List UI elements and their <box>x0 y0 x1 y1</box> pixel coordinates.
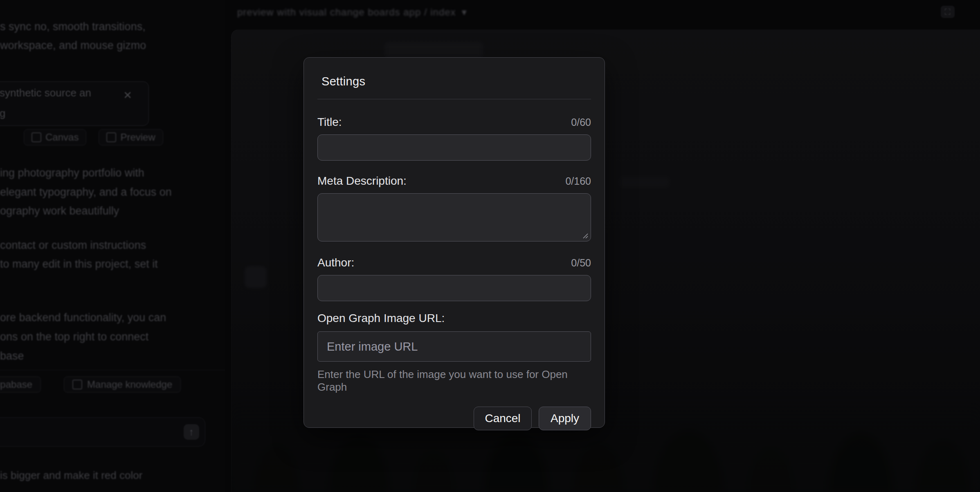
settings-modal: Settings Title: 0/60 Meta Description: 0… <box>303 57 605 428</box>
author-counter: 0/50 <box>571 257 591 269</box>
meta-description-counter: 0/160 <box>565 175 591 187</box>
modal-title: Settings <box>321 75 591 88</box>
og-image-url-input[interactable] <box>317 331 591 362</box>
title-field-group: Title: 0/60 <box>317 116 591 161</box>
author-input[interactable] <box>317 275 591 301</box>
meta-description-textarea[interactable] <box>317 193 591 242</box>
meta-description-field-group: Meta Description: 0/160 <box>317 174 591 242</box>
author-field-group: Author: 0/50 <box>317 256 591 301</box>
og-image-url-label: Open Graph Image URL: <box>317 312 445 325</box>
modal-divider <box>317 99 591 99</box>
meta-description-label: Meta Description: <box>317 174 407 188</box>
title-counter: 0/60 <box>571 116 591 128</box>
title-label: Title: <box>317 116 342 129</box>
og-image-helper-text: Enter the URL of the image you want to u… <box>317 368 591 394</box>
author-label: Author: <box>317 256 354 269</box>
modal-footer: Cancel Apply <box>317 407 591 430</box>
cancel-button[interactable]: Cancel <box>474 407 532 430</box>
og-image-field-group: Open Graph Image URL: Enter the URL of t… <box>317 312 591 394</box>
title-input[interactable] <box>317 134 591 161</box>
apply-button[interactable]: Apply <box>539 407 591 430</box>
